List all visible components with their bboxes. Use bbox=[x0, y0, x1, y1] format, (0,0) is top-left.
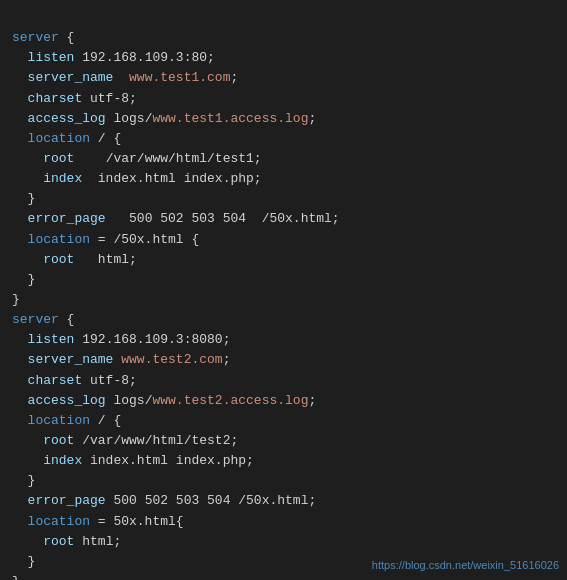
code-line: listen 192.168.109.3:80; bbox=[12, 48, 555, 68]
token-keyword: location bbox=[12, 131, 90, 146]
token-directive: root bbox=[12, 151, 74, 166]
token-keyword: server bbox=[12, 312, 59, 327]
token-normal: { bbox=[59, 312, 75, 327]
watermark: https://blog.csdn.net/weixin_51616026 bbox=[372, 557, 559, 574]
code-line: index index.html index.php; bbox=[12, 451, 555, 471]
code-line: charset utf-8; bbox=[12, 371, 555, 391]
token-normal: } bbox=[12, 554, 35, 569]
token-normal: } bbox=[12, 292, 20, 307]
token-normal: ; bbox=[223, 352, 231, 367]
token-directive: error_page bbox=[12, 211, 106, 226]
token-normal: } bbox=[12, 191, 35, 206]
token-normal: 500 502 503 504 /50x.html; bbox=[106, 211, 340, 226]
token-keyword: server bbox=[12, 30, 59, 45]
token-normal: html; bbox=[74, 534, 121, 549]
code-line: location = /50x.html { bbox=[12, 230, 555, 250]
token-directive: server_name bbox=[12, 70, 113, 85]
code-line: listen 192.168.109.3:8080; bbox=[12, 330, 555, 350]
token-normal bbox=[113, 70, 129, 85]
token-directive: charset bbox=[12, 373, 82, 388]
token-directive: root bbox=[12, 252, 74, 267]
token-normal: html; bbox=[74, 252, 136, 267]
token-normal: logs/ bbox=[106, 393, 153, 408]
code-line: access_log logs/www.test2.access.log; bbox=[12, 391, 555, 411]
code-line: error_page 500 502 503 504 /50x.html; bbox=[12, 209, 555, 229]
code-line: access_log logs/www.test1.access.log; bbox=[12, 109, 555, 129]
token-directive: access_log bbox=[12, 111, 106, 126]
token-directive: charset bbox=[12, 91, 82, 106]
code-line: server { bbox=[12, 28, 555, 48]
token-directive: server_name bbox=[12, 352, 113, 367]
token-directive: index bbox=[12, 171, 82, 186]
token-normal: ; bbox=[308, 393, 316, 408]
token-normal: 192.168.109.3:8080; bbox=[74, 332, 230, 347]
token-directive: error_page bbox=[12, 493, 106, 508]
code-line: charset utf-8; bbox=[12, 89, 555, 109]
code-line: root /var/www/html/test2; bbox=[12, 431, 555, 451]
code-line: } bbox=[12, 471, 555, 491]
token-normal: 500 502 503 504 /50x.html; bbox=[106, 493, 317, 508]
token-normal: /var/www/html/test1; bbox=[74, 151, 261, 166]
token-normal: /var/www/html/test2; bbox=[74, 433, 238, 448]
token-normal: = /50x.html { bbox=[90, 232, 199, 247]
token-directive: root bbox=[12, 433, 74, 448]
code-line: } bbox=[12, 270, 555, 290]
code-line: } bbox=[12, 189, 555, 209]
token-normal: } bbox=[12, 574, 20, 580]
code-line: location / { bbox=[12, 411, 555, 431]
token-normal: 192.168.109.3:80; bbox=[74, 50, 214, 65]
token-normal: utf-8; bbox=[82, 91, 137, 106]
token-keyword: location bbox=[12, 413, 90, 428]
code-line: index index.html index.php; bbox=[12, 169, 555, 189]
token-normal: ; bbox=[230, 70, 238, 85]
code-line: server_name www.test2.com; bbox=[12, 350, 555, 370]
token-normal: } bbox=[12, 272, 35, 287]
code-editor: server { listen 192.168.109.3:80; server… bbox=[0, 0, 567, 580]
token-normal: logs/ bbox=[106, 111, 153, 126]
code-line: root /var/www/html/test1; bbox=[12, 149, 555, 169]
token-keyword: location bbox=[12, 514, 90, 529]
token-directive: listen bbox=[12, 50, 74, 65]
code-line: server { bbox=[12, 310, 555, 330]
code-line: server_name www.test1.com; bbox=[12, 68, 555, 88]
code-line: root html; bbox=[12, 250, 555, 270]
token-normal: = 50x.html{ bbox=[90, 514, 184, 529]
code-line: root html; bbox=[12, 532, 555, 552]
token-string: www.test1.com bbox=[129, 70, 230, 85]
token-string: www.test2.access.log bbox=[152, 393, 308, 408]
token-string: www.test1.access.log bbox=[152, 111, 308, 126]
token-directive: index bbox=[12, 453, 82, 468]
token-directive: root bbox=[12, 534, 74, 549]
token-normal: ; bbox=[308, 111, 316, 126]
token-normal: index.html index.php; bbox=[82, 453, 254, 468]
token-string: www.test2.com bbox=[121, 352, 222, 367]
token-normal: / { bbox=[90, 131, 121, 146]
code-line: location = 50x.html{ bbox=[12, 512, 555, 532]
token-normal: index.html index.php; bbox=[82, 171, 261, 186]
code-line: location / { bbox=[12, 129, 555, 149]
token-normal: utf-8; bbox=[82, 373, 137, 388]
token-keyword: location bbox=[12, 232, 90, 247]
token-directive: listen bbox=[12, 332, 74, 347]
code-line: error_page 500 502 503 504 /50x.html; bbox=[12, 491, 555, 511]
token-normal: { bbox=[59, 30, 75, 45]
token-directive: access_log bbox=[12, 393, 106, 408]
token-normal: / { bbox=[90, 413, 121, 428]
code-line: } bbox=[12, 290, 555, 310]
token-normal: } bbox=[12, 473, 35, 488]
